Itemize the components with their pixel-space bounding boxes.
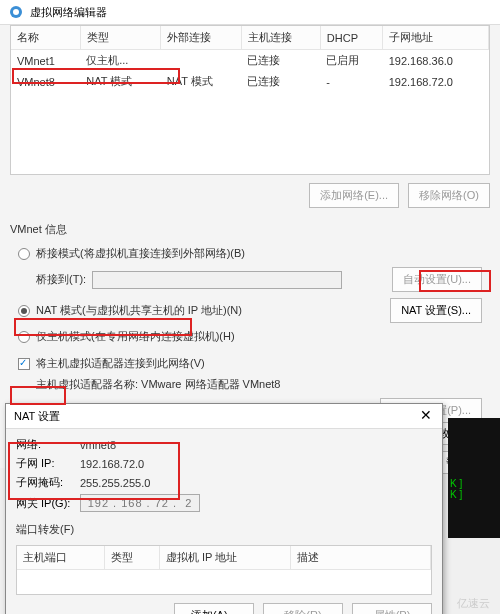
nat-gateway-input[interactable] <box>80 494 200 512</box>
window-title: 虚拟网络编辑器 <box>30 5 107 20</box>
network-table: 名称 类型 外部连接 主机连接 DHCP 子网地址 VMnet1 仅主机... … <box>10 25 490 175</box>
nat-dialog-titlebar: NAT 设置 ✕ <box>6 404 442 429</box>
table-row[interactable]: VMnet8 NAT 模式 NAT 模式 已连接 - 192.168.72.0 <box>11 71 489 92</box>
fwd-col-type[interactable]: 类型 <box>105 546 159 570</box>
terminal-strip: K ] K ] <box>448 418 500 538</box>
col-ext[interactable]: 外部连接 <box>161 26 242 50</box>
connect-adapter-checkbox[interactable] <box>18 358 30 370</box>
fwd-props-button[interactable]: 属性(P) <box>352 603 432 614</box>
main-panel: 名称 类型 外部连接 主机连接 DHCP 子网地址 VMnet1 仅主机... … <box>0 25 500 468</box>
hostonly-radio[interactable] <box>18 331 30 343</box>
app-icon <box>8 4 24 20</box>
nat-subnet-label: 子网 IP: <box>16 456 76 471</box>
fwd-col-hostport[interactable]: 主机端口 <box>17 546 105 570</box>
nat-network-label: 网络: <box>16 437 76 452</box>
nat-subnet-value: 192.168.72.0 <box>80 458 144 470</box>
hostonly-label: 仅主机模式(在专用网络内连接虚拟机)(H) <box>36 329 235 344</box>
connect-adapter-label: 将主机虚拟适配器连接到此网络(V) <box>36 356 205 371</box>
auto-settings-button[interactable]: 自动设置(U)... <box>392 267 482 292</box>
nat-network-value: vmnet8 <box>80 439 116 451</box>
watermark: 亿速云 <box>457 596 490 611</box>
nat-mask-label: 子网掩码: <box>16 475 76 490</box>
col-type[interactable]: 类型 <box>80 26 161 50</box>
bridge-radio[interactable] <box>18 248 30 260</box>
adapter-name: 主机虚拟适配器名称: VMware 网络适配器 VMnet8 <box>36 377 280 392</box>
nat-mask-value: 255.255.255.0 <box>80 477 150 489</box>
port-forward-title: 端口转发(F) <box>16 514 432 541</box>
nat-settings-dialog: NAT 设置 ✕ 网络: vmnet8 子网 IP: 192.168.72.0 … <box>5 403 443 614</box>
table-buttons: 添加网络(E)... 移除网络(O) <box>10 175 490 216</box>
title-bar: 虚拟网络编辑器 <box>0 0 500 25</box>
col-host[interactable]: 主机连接 <box>241 26 320 50</box>
bridge-to-select[interactable] <box>92 271 342 289</box>
svg-point-1 <box>13 9 19 15</box>
fwd-remove-button[interactable]: 移除(R) <box>263 603 343 614</box>
vmnet-info-title: VMnet 信息 <box>10 216 490 241</box>
table-row[interactable]: VMnet1 仅主机... 已连接 已启用 192.168.36.0 <box>11 50 489 72</box>
port-forward-table: 主机端口 类型 虚拟机 IP 地址 描述 <box>16 545 432 595</box>
fwd-add-button[interactable]: 添加(A)... <box>174 603 254 614</box>
col-dhcp[interactable]: DHCP <box>320 26 382 50</box>
bridge-label: 桥接模式(将虚拟机直接连接到外部网络)(B) <box>36 246 245 261</box>
fwd-col-desc[interactable]: 描述 <box>291 546 431 570</box>
nat-gateway-label: 网关 IP(G): <box>16 496 76 511</box>
nat-settings-button[interactable]: NAT 设置(S)... <box>390 298 482 323</box>
add-network-button[interactable]: 添加网络(E)... <box>309 183 399 208</box>
nat-radio[interactable] <box>18 305 30 317</box>
fwd-col-vmip[interactable]: 虚拟机 IP 地址 <box>159 546 290 570</box>
col-name[interactable]: 名称 <box>11 26 80 50</box>
col-subnet[interactable]: 子网地址 <box>383 26 489 50</box>
bridge-to-label: 桥接到(T): <box>36 272 86 287</box>
remove-network-button[interactable]: 移除网络(O) <box>408 183 490 208</box>
nat-dialog-title: NAT 设置 <box>14 409 60 424</box>
close-icon[interactable]: ✕ <box>418 408 434 424</box>
nat-label: NAT 模式(与虚拟机共享主机的 IP 地址)(N) <box>36 303 242 318</box>
